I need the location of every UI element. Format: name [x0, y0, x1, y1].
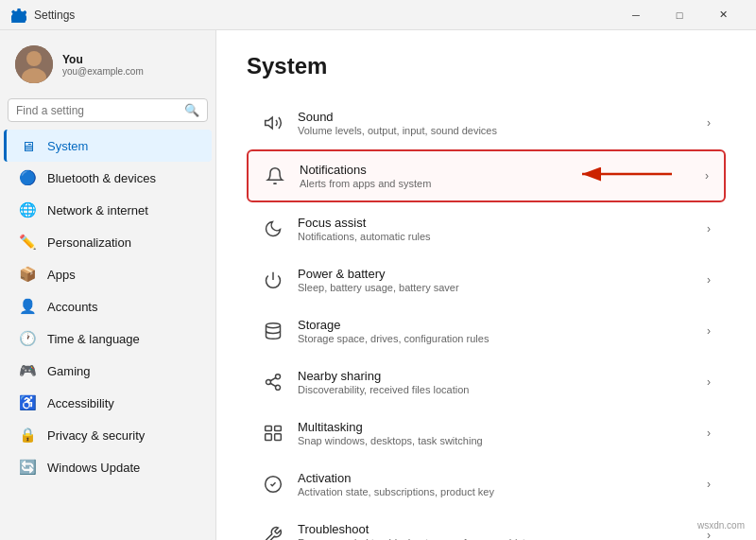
activation-text: Activation Activation state, subscriptio…	[298, 471, 694, 497]
settings-item-power[interactable]: Power & battery Sleep, battery usage, ba…	[247, 255, 726, 305]
sidebar-label-accessibility: Accessibility	[47, 396, 114, 410]
svg-rect-17	[275, 434, 282, 441]
activation-subtitle: Activation state, subscriptions, product…	[298, 486, 694, 497]
sidebar-item-network[interactable]: 🌐 Network & internet	[4, 194, 212, 226]
power-icon	[262, 269, 284, 291]
svg-point-2	[26, 51, 42, 66]
svg-point-0	[17, 13, 21, 17]
svg-point-10	[266, 380, 271, 385]
focus-text: Focus assist Notifications, automatic ru…	[298, 216, 694, 242]
bluetooth-icon: 🔵	[19, 169, 36, 186]
settings-list: Sound Volume levels, output, input, soun…	[247, 98, 726, 540]
sidebar-item-privacy[interactable]: 🔒 Privacy & security	[4, 419, 212, 451]
svg-line-12	[270, 383, 276, 386]
maximize-button[interactable]: □	[658, 0, 701, 30]
nearby-chevron: ›	[707, 375, 711, 389]
settings-item-storage[interactable]: Storage Storage space, drives, configura…	[247, 306, 726, 356]
storage-icon	[262, 320, 284, 342]
time-icon: 🕐	[19, 330, 36, 347]
sidebar-label-network: Network & internet	[47, 203, 148, 218]
sound-icon	[262, 112, 284, 134]
troubleshoot-text: Troubleshoot Recommended troubleshooters…	[298, 522, 694, 540]
multitasking-text: Multitasking Snap windows, desktops, tas…	[298, 420, 694, 446]
window-controls: ─ □ ✕	[614, 0, 745, 30]
sound-text: Sound Volume levels, output, input, soun…	[298, 110, 694, 136]
sidebar-item-personalization[interactable]: ✏️ Personalization	[4, 226, 212, 258]
multitasking-title: Multitasking	[298, 420, 694, 434]
app-icon	[11, 8, 26, 23]
user-profile: You you@example.com	[0, 38, 215, 98]
user-email: you@example.com	[62, 66, 144, 77]
svg-rect-16	[266, 434, 272, 441]
gaming-icon: 🎮	[19, 362, 36, 379]
settings-item-troubleshoot[interactable]: Troubleshoot Recommended troubleshooters…	[247, 511, 726, 540]
sidebar-label-bluetooth: Bluetooth & devices	[47, 171, 156, 185]
notifications-subtitle: Alerts from apps and system	[300, 178, 692, 189]
power-title: Power & battery	[298, 267, 694, 281]
minimize-button[interactable]: ─	[614, 0, 658, 30]
sidebar-item-system[interactable]: 🖥 System	[4, 130, 212, 162]
settings-item-nearby[interactable]: Nearby sharing Discoverability, received…	[247, 357, 726, 407]
user-info: You you@example.com	[62, 53, 144, 77]
storage-chevron: ›	[707, 324, 711, 338]
multitasking-chevron: ›	[707, 427, 711, 440]
avatar	[15, 45, 53, 83]
storage-text: Storage Storage space, drives, configura…	[298, 318, 694, 344]
svg-rect-14	[266, 427, 272, 431]
sidebar-label-system: System	[47, 139, 88, 153]
troubleshoot-icon	[262, 524, 284, 540]
activation-title: Activation	[298, 471, 694, 485]
app-body: You you@example.com 🔍 🖥 System 🔵 Bluetoo…	[0, 30, 756, 540]
power-text: Power & battery Sleep, battery usage, ba…	[298, 267, 694, 293]
sidebar-item-update[interactable]: 🔄 Windows Update	[4, 451, 212, 483]
page-title: System	[247, 53, 726, 79]
personalization-icon: ✏️	[19, 234, 36, 251]
multitasking-subtitle: Snap windows, desktops, task switching	[298, 435, 694, 446]
sidebar-label-apps: Apps	[47, 268, 76, 282]
sidebar-label-personalization: Personalization	[47, 235, 131, 250]
search-box[interactable]: 🔍	[8, 98, 208, 122]
sidebar-item-apps[interactable]: 📦 Apps	[4, 258, 212, 290]
storage-title: Storage	[298, 318, 694, 332]
svg-rect-15	[275, 427, 282, 431]
accessibility-icon: ♿	[19, 394, 36, 411]
search-icon: 🔍	[184, 103, 199, 117]
watermark: wsxdn.com	[694, 518, 748, 532]
nearby-subtitle: Discoverability, received files location	[298, 384, 694, 395]
sidebar-item-bluetooth[interactable]: 🔵 Bluetooth & devices	[4, 162, 212, 194]
sidebar-item-time[interactable]: 🕐 Time & language	[4, 322, 212, 355]
update-icon: 🔄	[19, 459, 36, 476]
focus-title: Focus assist	[298, 216, 694, 230]
sidebar-item-accessibility[interactable]: ♿ Accessibility	[4, 387, 212, 419]
svg-point-9	[276, 375, 281, 379]
title-bar-text: Settings	[34, 9, 607, 22]
sidebar-item-accounts[interactable]: 👤 Accounts	[4, 290, 212, 322]
nearby-title: Nearby sharing	[298, 369, 694, 383]
storage-subtitle: Storage space, drives, configuration rul…	[298, 333, 694, 344]
notifications-chevron: ›	[705, 169, 709, 183]
settings-item-notifications[interactable]: Notifications Alerts from apps and syste…	[247, 149, 726, 202]
settings-item-activation[interactable]: Activation Activation state, subscriptio…	[247, 460, 726, 509]
svg-marker-4	[266, 117, 273, 129]
apps-icon: 📦	[19, 266, 36, 283]
sidebar-item-gaming[interactable]: 🎮 Gaming	[4, 355, 212, 387]
activation-icon	[262, 473, 284, 496]
close-button[interactable]: ✕	[701, 0, 745, 30]
nearby-icon	[262, 371, 284, 393]
notifications-title: Notifications	[300, 163, 692, 177]
nav-items: 🖥 System 🔵 Bluetooth & devices 🌐 Network…	[0, 130, 215, 483]
privacy-icon: 🔒	[19, 427, 36, 444]
power-subtitle: Sleep, battery usage, battery saver	[298, 282, 694, 293]
sound-chevron: ›	[707, 116, 711, 130]
settings-item-sound[interactable]: Sound Volume levels, output, input, soun…	[247, 98, 726, 148]
settings-item-focus[interactable]: Focus assist Notifications, automatic ru…	[247, 204, 726, 253]
search-input[interactable]	[16, 104, 179, 117]
network-icon: 🌐	[19, 201, 36, 218]
sidebar-label-gaming: Gaming	[47, 364, 91, 378]
svg-point-8	[266, 323, 281, 328]
focus-subtitle: Notifications, automatic rules	[298, 231, 694, 242]
sidebar: You you@example.com 🔍 🖥 System 🔵 Bluetoo…	[0, 30, 215, 540]
title-bar: Settings ─ □ ✕	[0, 0, 756, 30]
activation-chevron: ›	[707, 478, 711, 491]
settings-item-multitasking[interactable]: Multitasking Snap windows, desktops, tas…	[247, 409, 726, 458]
